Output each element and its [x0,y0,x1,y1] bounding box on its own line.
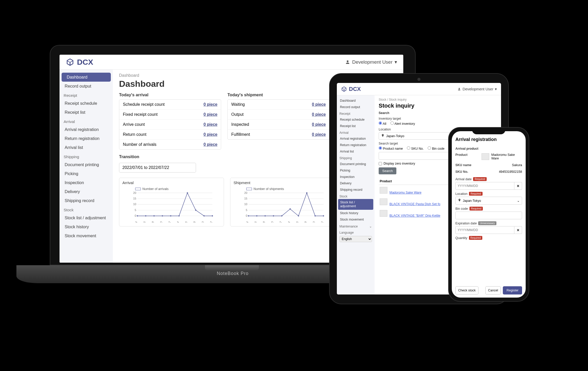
sidebar-item[interactable]: Delivery [337,180,375,186]
bin-code-input[interactable] [455,212,522,219]
sidebar-group: Stock [60,205,113,213]
svg-point-25 [170,215,171,216]
sidebar-item[interactable]: Dashboard [337,97,375,104]
sidebar-item[interactable]: Document printing [60,160,113,169]
sidebar-item[interactable]: Shipping record [60,196,113,205]
breadcrumb: Stock / Stock inquiry [379,98,497,101]
sidebar-item[interactable]: Stock movement [60,231,113,240]
card-row-value[interactable]: 0 piece [203,112,217,117]
sidebar-item[interactable]: Return registration [337,142,375,148]
location-select[interactable]: Japan-Tokyo ⌄ [455,197,522,205]
zero-inventory-checkbox[interactable] [379,162,382,165]
svg-point-26 [179,215,180,216]
card-row-value[interactable]: 0 piece [203,142,217,147]
sidebar-group: Arrival [337,129,375,135]
sidebar-item[interactable]: Inspection [60,178,113,187]
radio-product-name[interactable] [379,146,382,150]
sidebar-maintenance[interactable]: Maintenance [339,225,358,228]
card-shipment: Waiting0 pieceOutput0 pieceInspected0 pi… [227,99,329,140]
card-row-value[interactable]: 0 piece [312,112,326,117]
sidebar-item[interactable]: Arrival registration [337,135,375,142]
sidebar-item[interactable]: Delivery [60,187,113,196]
search-button[interactable]: Search [379,167,396,174]
svg-text:07/04: 07/04 [243,221,249,223]
sidebar-item[interactable]: Document printing [337,161,375,167]
product-thumbnail [380,210,387,217]
sidebar-item[interactable]: Receipt schedule [60,99,113,108]
sidebar-item[interactable]: Record output [60,82,113,91]
card-arrival: Schedule receipt count0 pieceFixed recei… [119,99,221,150]
sidebar-group: Shipping [337,155,375,161]
sidebar-item[interactable]: Stock movement [337,216,375,223]
svg-text:07/18: 07/18 [301,221,307,223]
card-row-label: Inspected [231,122,249,127]
card-row-label: Fulfillment [231,132,250,137]
date-range-input[interactable]: 2022/07/01 to 2022/07/22 [119,163,196,173]
product-link[interactable]: Madoromu Sake Ware [389,191,422,194]
expiration-date-input[interactable] [455,226,514,234]
brand-logo: DCX [66,58,93,66]
card-row-label: Waiting [231,102,245,107]
user-menu[interactable]: Development User ▾ [457,87,497,91]
sidebar-item[interactable]: Record output [337,104,375,110]
sidebar-item[interactable]: Inspection [337,174,375,180]
svg-text:07/16: 07/16 [293,221,299,223]
svg-point-54 [273,215,274,216]
sidebar-item[interactable]: Stock list / adjustment [60,213,113,222]
svg-text:15: 15 [244,197,247,200]
cancel-button[interactable]: Cancel [485,286,501,294]
arrival-date-input[interactable] [455,182,514,190]
section-arrival-product: Arrival product [455,147,522,150]
clear-icon[interactable]: ✕ [514,226,522,234]
svg-text:07/22: 07/22 [318,221,324,223]
sku-no-label: SKU No. [455,170,476,174]
sidebar-item[interactable]: Stock list / adjustment [338,199,373,210]
sidebar-item[interactable]: Arrival list [60,143,113,152]
svg-point-22 [145,215,146,216]
svg-point-55 [281,215,282,216]
sidebar-item[interactable]: Arrival registration [60,125,113,134]
card-row-value[interactable]: 0 piece [312,132,326,137]
svg-text:07/10: 07/10 [157,221,163,223]
card-row-value[interactable]: 0 piece [203,132,217,137]
sidebar-item[interactable]: Receipt schedule [337,116,375,123]
language-select[interactable]: English [339,236,372,242]
sidebar-item[interactable]: Picking [337,167,375,174]
user-menu[interactable]: Development User ▾ [345,59,397,65]
sidebar-item[interactable]: Stock history [60,222,113,231]
card-row-label: Number of arrivals [123,142,156,147]
svg-point-56 [290,208,291,210]
sidebar-group: Shipping [60,152,113,160]
sidebar-item[interactable]: Receipt list [337,123,375,129]
card-row-value[interactable]: 0 piece [203,122,217,127]
svg-point-75 [459,88,460,89]
check-stock-button[interactable]: Check stock [455,286,478,294]
sidebar-item[interactable]: Receipt list [60,108,113,117]
radio-alert[interactable] [390,121,394,125]
sidebar-item[interactable]: Shipping record [337,186,375,193]
card-row-label: Return count [123,132,146,137]
card-row-value[interactable]: 0 piece [203,102,217,107]
sidebar-item[interactable]: Dashboard [62,73,111,82]
radio-all[interactable] [379,121,382,125]
radio-bin-code[interactable] [428,146,431,150]
brand-text: DCX [349,86,361,92]
page-title: Arrival registration [455,137,522,142]
expiration-date-label: Expiration date [455,222,477,225]
clear-icon[interactable]: ✕ [514,182,522,190]
card-row-value[interactable]: 0 piece [312,122,326,127]
sidebar-group: Receipt [337,110,375,116]
sidebar-item[interactable]: Stock history [337,210,375,216]
register-button[interactable]: Register [503,286,522,294]
sidebar-item[interactable]: Picking [60,169,113,178]
radio-sku-no[interactable] [407,146,410,150]
sidebar-item[interactable]: Return registration [60,134,113,143]
card-row-label: Fixed receipt count [123,112,158,117]
product-link[interactable]: BLACK VINTAGE Pasta Dish Set fo [389,202,440,206]
card-row: Fixed receipt count0 piece [119,110,221,120]
box-icon [341,86,347,92]
location-value: Japan-Tokyo [463,199,481,203]
sidebar-item[interactable]: Arrival list [337,148,375,155]
product-link[interactable]: BLACK VINTAGE "BAR" Drip Kettle [389,214,440,217]
card-row-value[interactable]: 0 piece [312,102,326,107]
